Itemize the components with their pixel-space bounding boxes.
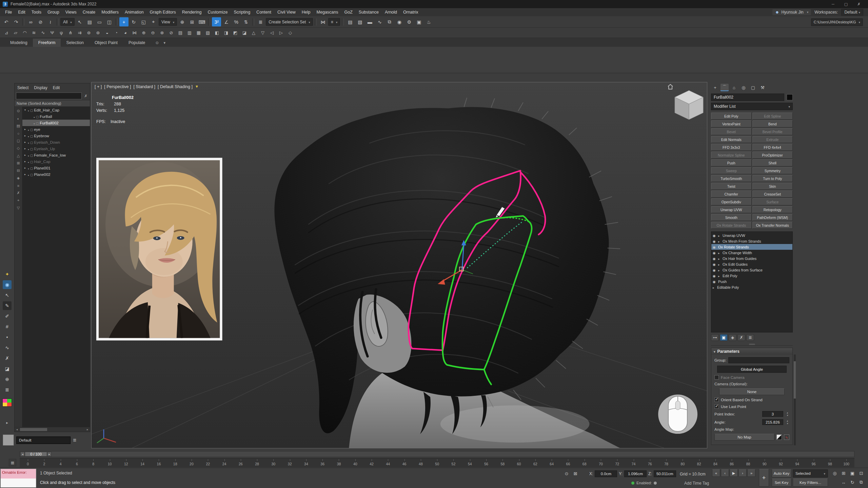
group-input[interactable] [728,357,789,363]
select-and-place-icon[interactable]: ⌖ [149,17,158,26]
expand-arrow-icon[interactable] [718,257,721,261]
zoom-extents-icon[interactable]: ▣ [848,469,856,477]
visibility-dot-icon[interactable] [28,134,29,138]
next-frame-arrow[interactable]: ▸ [47,452,52,456]
delete-tool-icon[interactable]: ✗ [3,354,12,363]
ribbon-config-icon[interactable]: ⊙ [153,39,161,46]
swatch-button[interactable] [3,434,14,446]
scroll-right-icon[interactable]: ▸ [85,427,90,432]
explorer-tool-icon[interactable]: ◐ [15,115,22,122]
zoom-icon[interactable]: ◎ [831,469,839,477]
point-index-spinner[interactable]: 3 [762,411,783,417]
modifier-button[interactable]: Ox Transfer Normals [752,222,793,229]
maxscript-mini-listener[interactable]: Ornatrix Error: [0,469,36,488]
palette-color[interactable] [7,403,12,406]
schematic-view-icon[interactable]: ⧉ [385,17,394,26]
unlink-selection-icon[interactable]: ⊘ [36,17,45,26]
custom-toolbar-icon[interactable]: ◇ [286,29,294,37]
previous-frame-button[interactable]: ‹ [721,469,729,477]
expand-arrow-icon[interactable] [718,262,721,266]
maximize-button[interactable]: ▢ [840,0,852,8]
modifier-button[interactable]: PathDeform (WSM) [752,214,793,221]
custom-toolbar-icon[interactable]: ◠ [21,29,29,37]
custom-toolbar-icon[interactable]: ⊗ [158,29,166,37]
palette-color[interactable] [3,403,7,406]
remove-modifier-icon[interactable]: ✗ [737,334,745,341]
modifier-stack-row[interactable]: Ox Hair from Guides [711,256,792,261]
expand-arrow-icon[interactable] [718,239,721,243]
modifier-button[interactable]: ProOptimizer [752,151,793,159]
align-dropdown[interactable]: ≡ [328,18,340,26]
custom-toolbar-icon[interactable]: ⊘ [167,29,175,37]
ribbon-tab[interactable]: Object Paint [89,39,123,47]
menu-item[interactable]: Modifiers [98,8,122,16]
visibility-eye-icon[interactable] [713,257,717,261]
close-button[interactable]: ✗ [852,0,865,8]
map-enable-icon[interactable]: ∿ [784,434,789,440]
lock-selection-icon[interactable]: ⊠ [572,470,579,477]
modifier-button[interactable]: Normalize Spline [711,151,752,159]
custom-toolbar-icon[interactable]: ≋ [30,29,38,37]
go-to-start-button[interactable]: « [712,469,720,477]
set-keys-button[interactable]: + [759,469,769,487]
custom-toolbar-icon[interactable]: ∿ [39,29,47,37]
select-and-scale-icon[interactable]: ◱ [139,17,148,26]
menu-item[interactable]: Graph Editors [147,8,179,16]
expand-arrow-icon[interactable]: ▸ [23,173,27,176]
menu-item[interactable]: File [2,8,15,16]
select-cursor-icon[interactable]: ↖ [3,291,12,300]
modifier-button[interactable]: Smooth [711,214,752,221]
render-production-icon[interactable]: ♨ [424,17,433,26]
viewport-filter-icon[interactable]: ▼ [195,84,199,89]
custom-toolbar-icon[interactable]: △ [250,29,258,37]
clear-search-icon[interactable]: ✗ [83,94,88,98]
menu-item[interactable]: Scripting [231,8,253,16]
visibility-dot-icon[interactable] [28,127,29,131]
rendered-frame-icon[interactable]: ▣ [414,17,423,26]
named-selection-set-dropdown[interactable]: Create Selection Set [266,18,313,26]
spinner-arrows[interactable] [785,420,789,425]
redo-icon[interactable]: ↷ [12,17,21,26]
expand-arrow-icon[interactable] [718,233,721,238]
menu-item[interactable]: Help [299,8,314,16]
project-folder-dropdown[interactable]: C:\Users\JIN\Desktop\KG [811,18,863,26]
explorer-tool-icon[interactable]: ⊙ [15,108,22,114]
picker-tool-icon[interactable]: ⊕ [3,375,12,384]
modifier-button[interactable]: Sweep [711,167,752,174]
menu-item[interactable]: Ornatrix [400,8,421,16]
zoom-all-icon[interactable]: ⊞ [840,469,848,477]
expand-arrow-icon[interactable] [718,251,721,255]
parameters-rollout-header[interactable]: Parameters [711,348,792,355]
render-setup-icon[interactable]: ⚙ [405,17,414,26]
explorer-menu-display[interactable]: Display [34,85,47,90]
set-key-button[interactable]: Set Key [772,479,791,487]
modifier-button[interactable]: OpenSubdiv [711,198,752,205]
select-object-icon[interactable]: ↖ [75,17,84,26]
modifier-button[interactable]: Twist [711,183,752,190]
visibility-eye-icon[interactable] [713,251,717,255]
layer-list-icon[interactable]: ≣ [73,438,77,443]
expand-arrow-icon[interactable]: ▸ [23,134,27,137]
zoom-region-icon[interactable]: ⊡ [857,469,865,477]
eraser-tool-icon[interactable]: ◪ [3,364,12,373]
visibility-eye-icon[interactable] [713,239,717,243]
expand-arrow-icon[interactable]: ▸ [23,160,27,163]
ribbon-tab[interactable]: Freeform [33,39,61,47]
custom-toolbar-icon[interactable]: ▥ [185,29,194,37]
visibility-eye-icon[interactable] [713,280,717,284]
modifier-stack-row[interactable]: Ox Rotate Strands [711,244,792,250]
material-editor-icon[interactable]: ◉ [395,17,404,26]
previous-frame-arrow[interactable]: ◂ [20,452,25,456]
expand-arrow-icon[interactable]: ▸ [23,154,27,157]
explorer-tool-icon[interactable]: △ [15,152,22,159]
select-and-move-icon[interactable]: + [119,17,129,26]
explorer-tool-icon[interactable]: ○ [15,130,22,137]
pencil-tool-icon[interactable]: ✎ [3,301,12,310]
play-animation-button[interactable]: ▶ [730,469,738,477]
motion-tab-icon[interactable]: ◎ [739,84,748,91]
scene-object-row[interactable]: ▾ Edit_Hair_Cap [22,107,90,113]
menu-item[interactable]: Group [44,8,62,16]
scroll-left-icon[interactable]: ◂ [15,427,19,432]
timeline-ruler[interactable]: 0246810121416182022242628303234363840424… [20,458,854,467]
menu-item[interactable]: Tools [28,8,44,16]
